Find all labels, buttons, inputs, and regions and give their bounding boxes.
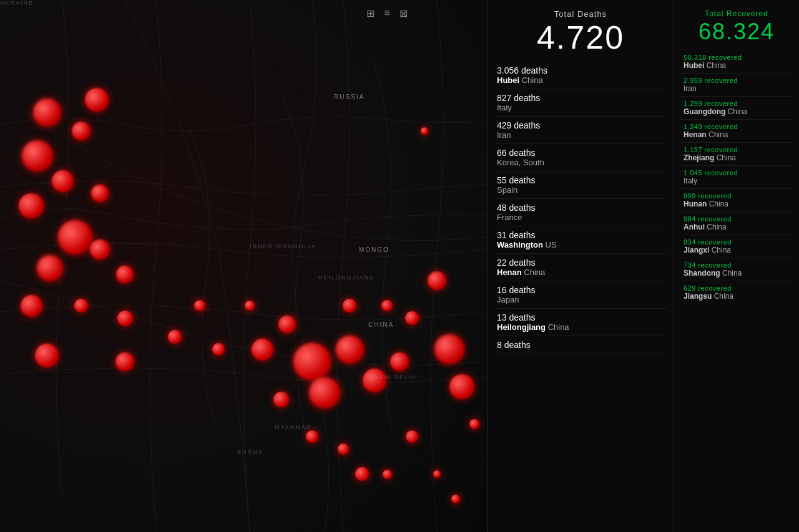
infection-dot: [116, 266, 134, 283]
infection-dot: [212, 343, 225, 355]
deaths-total: 4.720: [494, 20, 667, 56]
infection-dot: [21, 295, 42, 317]
infection-dot: [37, 255, 63, 281]
death-list-item: 31 deathsWashington US: [494, 226, 667, 254]
infection-dot: [338, 443, 349, 455]
list-icon[interactable]: ≡: [384, 7, 390, 19]
infection-dot: [273, 392, 289, 407]
infection-dot: [421, 127, 428, 135]
infection-dot: [52, 170, 74, 192]
recovered-list-item: 1.249 recoveredHenan China: [680, 120, 793, 143]
infection-dot: [252, 339, 273, 360]
infection-dot: [343, 299, 356, 312]
death-list-item: 48 deathsFrance: [494, 199, 667, 226]
infection-dot: [22, 140, 53, 172]
infection-dot: [74, 299, 88, 312]
top-toolbar: ⊞ ≡ ⊠: [366, 7, 407, 19]
recovered-list-item: 50.318 recoveredHubei China: [680, 51, 793, 74]
recovered-list-item: 629 recoveredJiangsu China: [680, 281, 793, 304]
infection-dot: [306, 430, 318, 443]
qr-icon[interactable]: ⊠: [400, 7, 408, 19]
death-list-item: 16 deathsJapan: [494, 281, 667, 309]
infection-dot: [91, 185, 109, 202]
recovered-list-item: 1.197 recoveredZhejiang China: [680, 143, 793, 166]
recovered-list-item: 999 recoveredHunan China: [680, 189, 793, 212]
infection-dot: [469, 419, 479, 429]
grid-icon[interactable]: ⊞: [366, 7, 375, 19]
infection-dot: [33, 99, 61, 127]
recovered-list-item: 984 recoveredAnhui China: [680, 212, 793, 235]
death-list-item: 55 deathsSpain: [494, 172, 667, 199]
infection-dot: [245, 301, 255, 311]
death-list-item: 8 deaths: [494, 336, 667, 354]
recovered-title: Total Recovered: [680, 9, 793, 18]
infection-dot: [115, 352, 134, 371]
recovered-list: 50.318 recoveredHubei China2.959 recover…: [680, 51, 793, 304]
infection-dot: [383, 470, 392, 479]
infection-dot: [355, 467, 369, 481]
death-list-item: 3.056 deathsHubei China: [494, 62, 667, 89]
recovered-column: Total Recovered 68.324 50.318 recoveredH…: [674, 0, 799, 532]
infection-dot: [434, 334, 464, 364]
infection-dot: [406, 430, 418, 443]
infection-dot: [278, 316, 296, 333]
map-borders: [0, 0, 487, 532]
infection-dot: [72, 122, 91, 140]
infection-dot: [390, 352, 409, 371]
infection-dot: [336, 336, 364, 364]
infection-dot: [19, 193, 44, 218]
deaths-title: Total Deaths: [494, 9, 667, 19]
infection-dot: [428, 271, 446, 290]
infection-dot: [35, 344, 59, 367]
infection-dot: [293, 343, 331, 380]
map-background: RUSSIA MONGO CHINA INNER MONGOLIA HEILON…: [0, 0, 487, 532]
recovered-list-item: 1.299 recoveredGuangdong China: [680, 97, 793, 120]
infection-dot: [194, 300, 205, 311]
deaths-list: 3.056 deathsHubei China827 deathsItaly42…: [494, 62, 667, 354]
infection-dot: [449, 374, 474, 399]
recovered-total: 68.324: [680, 19, 793, 44]
death-list-item: 13 deathsHeilongjiang China: [494, 309, 667, 336]
infection-dot: [451, 495, 460, 503]
recovered-list-item: 934 recoveredJiangxi China: [680, 235, 793, 258]
death-list-item: 827 deathsItaly: [494, 89, 667, 117]
stats-panel: Total Deaths 4.720 3.056 deathsHubei Chi…: [487, 0, 799, 532]
infection-dot: [309, 377, 340, 409]
deaths-column: Total Deaths 4.720 3.056 deathsHubei Chi…: [488, 0, 674, 532]
infection-dot: [117, 311, 133, 326]
infection-dot: [363, 369, 386, 392]
recovered-list-item: 2.959 recoveredIran: [680, 74, 793, 97]
infection-dot: [58, 220, 92, 254]
infection-dot: [90, 239, 110, 259]
infection-dot: [381, 300, 393, 311]
recovered-list-item: 734 recoveredShandong China: [680, 258, 793, 281]
death-list-item: 429 deathsIran: [494, 117, 667, 144]
infection-dot: [85, 88, 109, 112]
death-list-item: 66 deathsKorea, South: [494, 144, 667, 172]
infection-dot: [405, 311, 419, 325]
death-list-item: 22 deathsHenan China: [494, 254, 667, 281]
recovered-list-item: 1.045 recoveredItaly: [680, 166, 793, 189]
infection-dot: [168, 330, 182, 344]
infection-dot: [433, 470, 441, 478]
